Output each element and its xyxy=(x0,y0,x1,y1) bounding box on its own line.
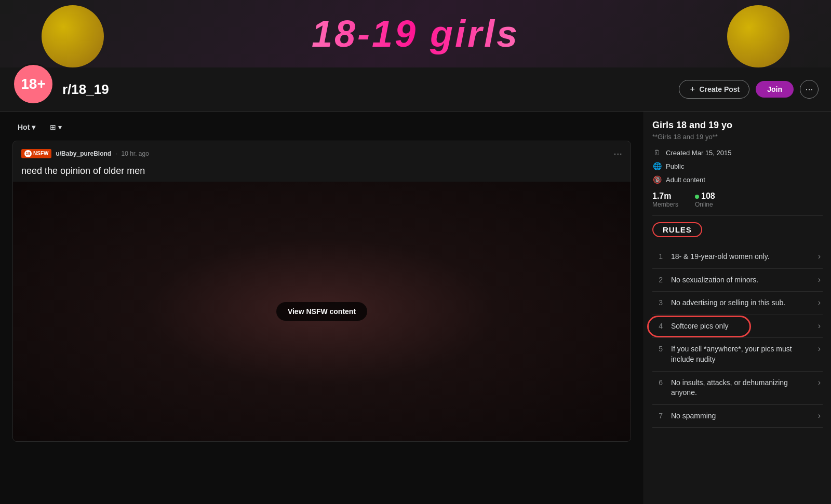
banner-coin-right xyxy=(727,5,789,67)
subreddit-header: 18+ r/18_19 ＋ Create Post Join ··· xyxy=(0,67,831,112)
post-meta: 18 NSFW u/Baby_pureBlond · 10 hr. ago xyxy=(21,149,149,158)
online-dot xyxy=(695,195,699,199)
banner-coin-left xyxy=(42,5,104,67)
rule-item: 6 No insults, attacks, or dehumanizing a… xyxy=(652,372,823,405)
rule-item: 2 No sexualization of minors. › xyxy=(652,269,823,292)
post-separator: · xyxy=(115,150,117,157)
post-header: 18 NSFW u/Baby_pureBlond · 10 hr. ago ··… xyxy=(13,141,631,164)
layout-icon: ⊞ xyxy=(50,123,56,131)
rule-expand-button[interactable]: › xyxy=(816,298,823,307)
nsfw-icon: 18 xyxy=(24,150,32,157)
adult-icon: 🔞 xyxy=(652,175,662,184)
content-area: Hot ▾ ⊞ ▾ 18 NSFW u/Baby_pureBlond · 10 … xyxy=(0,112,644,504)
post-card: 18 NSFW u/Baby_pureBlond · 10 hr. ago ··… xyxy=(12,141,631,442)
banner: 18-19 girls xyxy=(0,0,831,67)
post-time: 10 hr. ago xyxy=(121,150,149,157)
rule-text: 18- & 19-year-old women only. xyxy=(671,252,808,262)
nsfw-badge: 18 NSFW xyxy=(21,149,51,158)
online-stat: 108 Online xyxy=(695,192,715,208)
calendar-icon: 🗓 xyxy=(652,148,662,157)
community-subtitle: **Girls 18 and 19 yo** xyxy=(652,133,823,141)
rule-text: No sexualization of minors. xyxy=(671,275,808,285)
rule-expand-button[interactable]: › xyxy=(816,411,823,420)
hot-sort-button[interactable]: Hot ▾ xyxy=(12,120,41,134)
banner-text: 18-19 girls xyxy=(312,12,519,55)
rule-item: 4 Softcore pics only › xyxy=(652,315,823,338)
post-title: need the opinion of older men xyxy=(13,164,631,182)
post-options-button[interactable]: ··· xyxy=(613,147,622,159)
rules-label: RULES xyxy=(652,222,702,237)
rules-list: 1 18- & 19-year-old women only. › 2 No s… xyxy=(652,246,823,428)
rule-number: 2 xyxy=(652,275,663,284)
online-count: 108 xyxy=(695,192,715,201)
join-button[interactable]: Join xyxy=(756,81,794,98)
rule-text: No advertising or selling in this sub. xyxy=(671,298,808,308)
rule-item: 7 No spamming › xyxy=(652,405,823,428)
chevron-down-icon: ▾ xyxy=(32,123,35,131)
rule-expand-button[interactable]: › xyxy=(816,275,823,284)
more-icon: ··· xyxy=(805,84,813,95)
members-label: Members xyxy=(652,201,678,208)
rule-text: No spamming xyxy=(671,411,808,421)
post-author[interactable]: u/Baby_pureBlond xyxy=(56,150,111,157)
sort-bar: Hot ▾ ⊞ ▾ xyxy=(12,120,631,141)
members-stat: 1.7m Members xyxy=(652,192,678,208)
main-layout: Hot ▾ ⊞ ▾ 18 NSFW u/Baby_pureBlond · 10 … xyxy=(0,112,831,504)
post-image-area: View NSFW content xyxy=(13,182,631,441)
rule-item: 5 If you sell *anywhere*, your pics must… xyxy=(652,338,823,371)
subreddit-icon: 18+ xyxy=(12,63,54,105)
content-row: 🔞 Adult content xyxy=(652,175,823,184)
create-post-label: Create Post xyxy=(699,85,740,93)
stats-row: 1.7m Members 108 Online xyxy=(652,192,823,208)
rule-expand-button[interactable]: › xyxy=(816,378,823,387)
rule-number: 4 xyxy=(652,321,663,330)
options-icon: ··· xyxy=(613,147,622,159)
created-label: Created Mar 15, 2015 xyxy=(666,149,731,157)
rule-item: 1 18- & 19-year-old women only. › xyxy=(652,246,823,269)
rule-expand-button[interactable]: › xyxy=(816,344,823,353)
rule-number: 6 xyxy=(652,378,663,387)
divider xyxy=(652,215,823,216)
rule-text: If you sell *anywhere*, your pics must i… xyxy=(671,344,808,364)
members-count: 1.7m xyxy=(652,192,678,201)
rule-expand-button[interactable]: › xyxy=(816,321,823,331)
view-nsfw-button[interactable]: View NSFW content xyxy=(276,302,367,321)
globe-icon: 🌐 xyxy=(652,161,662,171)
hot-sort-label: Hot xyxy=(18,123,30,131)
rule-number: 5 xyxy=(652,344,663,353)
plus-icon: ＋ xyxy=(689,85,696,94)
rule-expand-button[interactable]: › xyxy=(816,252,823,261)
layout-arrow-icon: ▾ xyxy=(58,123,62,131)
rule-number: 7 xyxy=(652,411,663,420)
rule-text: No insults, attacks, or dehumanizing any… xyxy=(671,378,808,398)
subreddit-name: r/18_19 xyxy=(62,81,109,98)
rule-number: 1 xyxy=(652,252,663,261)
sidebar: Girls 18 and 19 yo **Girls 18 and 19 yo*… xyxy=(644,112,831,504)
created-row: 🗓 Created Mar 15, 2015 xyxy=(652,148,823,157)
nsfw-label: NSFW xyxy=(33,151,48,156)
visibility-label: Public xyxy=(666,162,684,170)
visibility-row: 🌐 Public xyxy=(652,161,823,171)
rule-number: 3 xyxy=(652,298,663,307)
content-label: Adult content xyxy=(666,176,705,184)
more-options-button[interactable]: ··· xyxy=(800,80,819,99)
community-title: Girls 18 and 19 yo xyxy=(652,120,823,131)
online-label: Online xyxy=(695,201,715,208)
rule-text: Softcore pics only xyxy=(671,321,808,332)
create-post-button[interactable]: ＋ Create Post xyxy=(679,80,749,99)
header-actions: ＋ Create Post Join ··· xyxy=(679,80,819,99)
rule-item: 3 No advertising or selling in this sub.… xyxy=(652,292,823,315)
layout-button[interactable]: ⊞ ▾ xyxy=(45,120,67,134)
